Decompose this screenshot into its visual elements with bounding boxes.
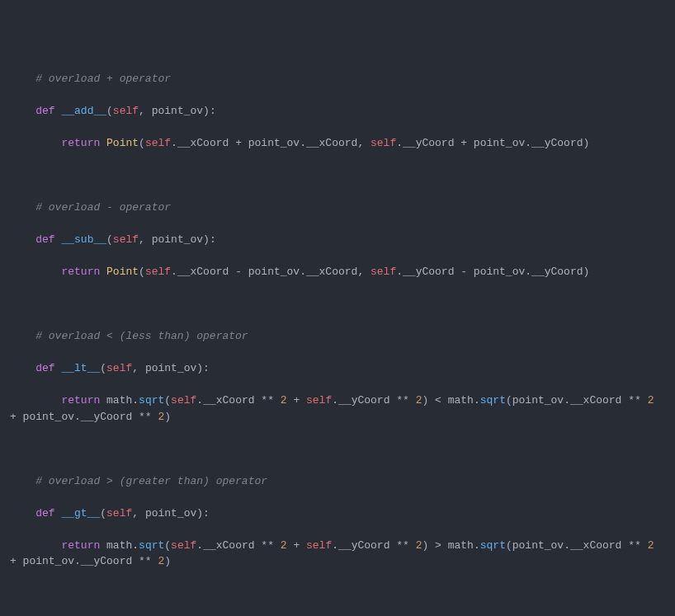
method-name: __sub__ [61, 233, 106, 246]
blank-line [10, 296, 665, 313]
keyword-def: def [35, 105, 54, 117]
code-line: # overload < (less than) operator [10, 328, 665, 345]
comment: # overload + operator [35, 73, 171, 85]
code-line: return math.sqrt(self.__xCoord ** 2 + se… [10, 393, 665, 425]
blank-line [10, 441, 665, 458]
code-line: def __sub__(self, point_ov): [10, 232, 665, 248]
code-line: return math.sqrt(self.__xCoord ** 2 + se… [10, 538, 665, 570]
class-name: Point [106, 137, 139, 149]
comment: # overload < (less than) operator [35, 330, 248, 342]
code-line: return Point(self.__xCoord + point_ov.__… [10, 135, 665, 152]
code-editor[interactable]: # overload + operator def __add__(self, … [10, 71, 665, 616]
method-name: __lt__ [61, 362, 100, 374]
comment: # overload > (greater than) operator [35, 475, 267, 487]
code-line: # overload + operator [10, 71, 665, 87]
code-line: # overload > (greater than) operator [10, 473, 665, 490]
keyword-return: return [61, 137, 100, 149]
code-line: # overload - operator [10, 200, 665, 216]
self-token: self [113, 105, 139, 117]
blank-line [10, 585, 665, 602]
method-name: __add__ [61, 105, 106, 117]
code-line: return Point(self.__xCoord - point_ov.__… [10, 264, 665, 280]
param: point_ov [152, 105, 203, 117]
code-line: def __gt__(self, point_ov): [10, 505, 665, 522]
blank-line [10, 167, 665, 184]
comment: # overload - operator [35, 201, 171, 214]
code-line: def __add__(self, point_ov): [10, 103, 665, 120]
method-name: __gt__ [61, 507, 100, 520]
code-line: def __lt__(self, point_ov): [10, 360, 665, 377]
